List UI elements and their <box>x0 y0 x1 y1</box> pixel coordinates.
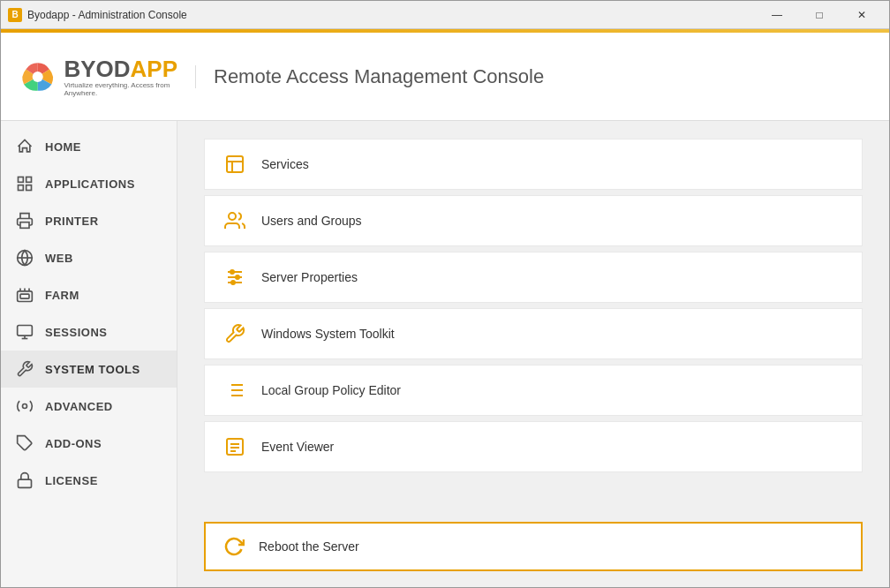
logo-area: BYODAPP Virtualize everything. Access fr… <box>19 45 177 109</box>
svg-point-26 <box>230 270 234 274</box>
server-properties-menu-item[interactable]: Server Properties <box>204 252 863 303</box>
svg-rect-5 <box>20 222 29 229</box>
svg-point-28 <box>231 281 235 284</box>
add-ons-icon <box>15 433 34 453</box>
sessions-icon <box>15 322 34 342</box>
sidebar-item-applications-label: APPLICATIONS <box>45 177 135 191</box>
windows-toolkit-label: Windows System Toolkit <box>261 327 395 341</box>
printer-icon <box>15 211 34 230</box>
sidebar-item-license[interactable]: LICENSE <box>1 462 177 499</box>
logo-svg <box>19 45 57 109</box>
sidebar-item-system-tools-label: SYSTEM TOOLS <box>45 363 140 376</box>
svg-rect-18 <box>19 479 32 487</box>
maximize-button[interactable]: □ <box>799 1 840 29</box>
header: BYODAPP Virtualize everything. Access fr… <box>1 33 889 121</box>
minimize-button[interactable]: — <box>757 1 797 29</box>
sidebar-item-advanced-label: ADVANCED <box>45 400 113 413</box>
reboot-server-label: Reboot the Server <box>259 539 359 554</box>
sidebar-item-sessions[interactable]: SESSIONS <box>1 313 177 351</box>
svg-rect-8 <box>18 291 33 302</box>
group-policy-icon <box>222 378 247 403</box>
logo-text: BYODAPP Virtualize everything. Access fr… <box>64 57 177 97</box>
sidebar: HOME APPLICATIONS PRINTER WEB FARM <box>1 121 177 588</box>
svg-point-0 <box>33 71 43 81</box>
logo-tagline: Virtualize everything. Access from Anywh… <box>64 81 177 97</box>
svg-rect-13 <box>18 326 33 336</box>
license-icon <box>15 471 34 490</box>
services-label: Services <box>261 157 309 171</box>
svg-point-16 <box>23 404 27 409</box>
sidebar-item-sessions-label: SESSIONS <box>45 326 107 339</box>
sidebar-item-license-label: LICENSE <box>45 474 98 487</box>
content-area: Services Users and Groups Server Propert… <box>177 121 889 588</box>
advanced-icon <box>15 396 34 416</box>
svg-rect-1 <box>19 177 24 183</box>
main-layout: HOME APPLICATIONS PRINTER WEB FARM <box>1 121 889 588</box>
users-groups-label: Users and Groups <box>261 214 362 228</box>
services-icon <box>222 152 247 177</box>
titlebar-app-icon: B <box>8 8 22 22</box>
event-viewer-menu-item[interactable]: Event Viewer <box>204 421 863 472</box>
svg-rect-3 <box>19 185 24 191</box>
web-icon <box>15 248 34 268</box>
group-policy-menu-item[interactable]: Local Group Policy Editor <box>204 365 863 416</box>
users-groups-icon <box>222 208 247 233</box>
users-groups-menu-item[interactable]: Users and Groups <box>204 195 863 246</box>
sidebar-item-printer[interactable]: PRINTER <box>1 202 177 239</box>
server-properties-icon <box>222 265 247 290</box>
reboot-icon <box>223 536 245 557</box>
sidebar-item-web-label: WEB <box>45 252 73 265</box>
svg-rect-9 <box>20 294 29 298</box>
svg-rect-19 <box>227 156 243 172</box>
event-viewer-label: Event Viewer <box>261 440 334 454</box>
windows-toolkit-icon <box>222 321 247 346</box>
server-properties-label: Server Properties <box>261 270 358 284</box>
services-menu-item[interactable]: Services <box>204 139 863 190</box>
sidebar-item-farm-label: FARM <box>45 289 79 302</box>
menu-grid: Services Users and Groups Server Propert… <box>204 139 863 472</box>
titlebar-controls: — □ ✕ <box>757 1 882 29</box>
sidebar-item-printer-label: PRINTER <box>45 215 99 228</box>
sidebar-item-home-label: HOME <box>45 140 81 154</box>
titlebar-title: Byodapp - Administration Console <box>27 9 757 21</box>
farm-icon <box>15 285 34 305</box>
header-title: Remote Access Management Console <box>195 65 544 88</box>
sidebar-item-applications[interactable]: APPLICATIONS <box>1 165 177 202</box>
home-icon <box>15 137 34 156</box>
event-viewer-icon <box>222 434 247 459</box>
sidebar-item-web[interactable]: WEB <box>1 239 177 276</box>
reboot-server-button[interactable]: Reboot the Server <box>204 522 863 571</box>
svg-point-27 <box>236 275 239 279</box>
svg-rect-2 <box>26 177 32 183</box>
system-tools-icon <box>15 359 34 379</box>
windows-toolkit-menu-item[interactable]: Windows System Toolkit <box>204 308 863 359</box>
group-policy-label: Local Group Policy Editor <box>261 383 401 397</box>
svg-point-22 <box>229 213 236 220</box>
close-button[interactable]: ✕ <box>841 1 882 29</box>
sidebar-item-farm[interactable]: FARM <box>1 276 177 313</box>
sidebar-item-add-ons[interactable]: ADD-ONS <box>1 425 177 462</box>
sidebar-item-system-tools[interactable]: SYSTEM TOOLS <box>1 351 177 388</box>
sidebar-item-home[interactable]: HOME <box>1 128 177 165</box>
sidebar-item-advanced[interactable]: ADVANCED <box>1 388 177 425</box>
sidebar-item-add-ons-label: ADD-ONS <box>45 437 102 450</box>
titlebar: B Byodapp - Administration Console — □ ✕ <box>1 1 889 29</box>
svg-rect-4 <box>26 185 32 191</box>
logo-brand: BYODAPP <box>64 57 177 81</box>
applications-icon <box>15 174 34 193</box>
